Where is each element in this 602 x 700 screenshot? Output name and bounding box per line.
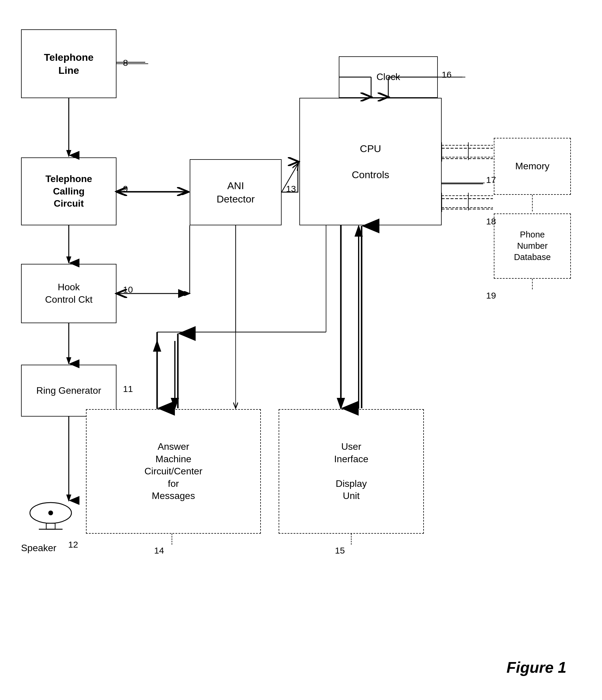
speaker-label: Speaker — [21, 543, 56, 553]
ref-14-label: 14 — [154, 546, 164, 556]
ref-9-label: 9 — [123, 184, 128, 194]
figure-label: Figure 1 — [506, 658, 567, 676]
ring-generator-box: Ring Generator — [21, 365, 117, 417]
ref-19-label: 19 — [486, 291, 496, 301]
ref-16-label: 16 — [442, 70, 451, 80]
hook-control-box: HookControl Ckt — [21, 264, 117, 323]
ref-12-label: 12 — [68, 540, 78, 550]
telephone-calling-box: TelephoneCallingCircuit — [21, 157, 117, 225]
svg-point-35 — [48, 510, 53, 515]
svg-rect-33 — [46, 523, 55, 529]
phone-number-db-box: PhoneNumberDatabase — [494, 214, 571, 279]
answer-machine-box: AnswerMachineCircuit/CenterforMessages — [86, 409, 261, 534]
ani-detector-box: ANIDetector — [190, 159, 282, 225]
user-interface-box: UserInerfaceDisplayUnit — [279, 409, 424, 534]
cpu-box: CPUControls — [299, 98, 442, 225]
ref-13-label: 13 — [286, 184, 296, 194]
diagram-container: Clock TelephoneLine CPUControls Memory T… — [0, 0, 602, 700]
speaker-container — [21, 501, 80, 538]
speaker-icon — [21, 501, 80, 536]
ref-8-label: 8 — [123, 58, 128, 68]
ref-15-label: 15 — [335, 546, 345, 556]
ref-18-label: 18 — [486, 217, 496, 226]
ref-11-label: 11 — [123, 384, 133, 394]
ref-10-label: 10 — [123, 284, 133, 295]
clock-box: Clock — [339, 56, 438, 98]
memory-box: Memory — [494, 138, 571, 195]
telephone-line-box: TelephoneLine — [21, 29, 117, 98]
ref-17-label: 17 — [486, 175, 496, 185]
